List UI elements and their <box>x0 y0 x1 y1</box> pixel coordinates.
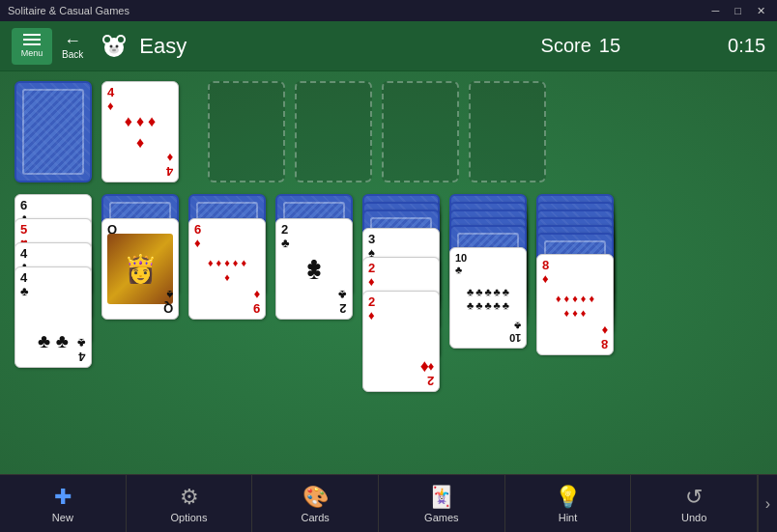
score-label: Score <box>541 35 591 57</box>
bear-icon <box>97 29 131 64</box>
menu-button[interactable]: Menu <box>12 28 52 65</box>
scroll-right-button[interactable]: › <box>758 475 777 532</box>
timer: 0:15 <box>728 35 765 57</box>
options-label: Options <box>171 512 208 523</box>
card-8d[interactable]: 8♦ ♦♦♦♦♦♦♦♦ 8♦ <box>536 254 614 355</box>
foundation-3[interactable] <box>382 81 459 182</box>
cards-button[interactable]: 🎨 Cards <box>252 475 379 532</box>
game-area: 4♦ ♦ ♦ ♦ ♦ 4♦ 6♣ ♣ <box>0 71 777 474</box>
card-2c[interactable]: 2♣ ♣ ♣ 2♣ <box>275 218 353 320</box>
score-area: Score 15 <box>434 35 728 57</box>
score-value: 15 <box>599 35 620 57</box>
undo-icon: ↺ <box>685 485 703 510</box>
svg-point-4 <box>118 37 124 42</box>
back-button[interactable]: ← Back <box>56 30 89 62</box>
title-bar: Solitaire & Casual Games ─ □ ✕ <box>0 0 777 21</box>
svg-point-3 <box>104 37 110 42</box>
bottom-toolbar: ✚ New ⚙ Options 🎨 Cards 🃏 Games 💡 Hint ↺… <box>0 474 777 532</box>
options-icon: ⚙ <box>180 485 199 510</box>
back-label: Back <box>62 49 83 60</box>
undo-label: Undo <box>681 512 706 523</box>
app-title: Solitaire & Casual Games <box>8 5 130 16</box>
close-button[interactable]: ✕ <box>753 5 769 17</box>
hint-label: Hint <box>559 512 578 523</box>
tableau-col-7[interactable]: 8♦ ♦♦♦♦♦♦♦♦ 8♦ <box>536 194 614 406</box>
tableau-col-1[interactable]: 6♣ ♣♣♣♣♣♣ 6♣ 5♥ ♥♥♥♥♥ 5♥ 4♣ ♣♣♣♣ 4 <box>14 194 92 387</box>
new-label: New <box>52 512 73 523</box>
hint-button[interactable]: 💡 Hint <box>505 475 632 532</box>
card-4c-2[interactable]: 4♣ ♣ ♣ 4♣ <box>14 266 92 368</box>
new-icon: ✚ <box>54 485 72 510</box>
games-button[interactable]: 🃏 Games <box>379 475 505 532</box>
foundation-2[interactable] <box>295 81 372 182</box>
tableau-col-3[interactable]: 6♦ ♦♦♦♦♦♦ 9♦ <box>188 194 266 387</box>
svg-point-8 <box>112 48 116 50</box>
card-2d-bottom[interactable]: 2♦ ♦ 2♦ <box>362 291 440 392</box>
hint-icon: 💡 <box>555 485 581 510</box>
minimize-button[interactable]: ─ <box>708 5 724 17</box>
card-rank-top: 4♦ <box>107 86 114 114</box>
undo-button[interactable]: ↺ Undo <box>631 475 758 532</box>
tableau-col-6[interactable]: 10♣ ♣♣♣♣♣♣♣♣♣♣ 10♣ <box>449 194 527 406</box>
games-icon: 🃏 <box>428 485 454 510</box>
card-10c[interactable]: 10♣ ♣♣♣♣♣♣♣♣♣♣ 10♣ <box>449 247 527 349</box>
svg-point-7 <box>116 44 119 47</box>
window-controls[interactable]: ─ □ ✕ <box>708 5 769 17</box>
maximize-button[interactable]: □ <box>731 5 745 17</box>
card-6d[interactable]: 6♦ ♦♦♦♦♦♦ 9♦ <box>188 218 266 320</box>
new-button[interactable]: ✚ New <box>0 475 127 532</box>
card-qs[interactable]: Q♠ 👸 Q♠ <box>101 218 179 320</box>
stock-pile[interactable] <box>14 81 92 182</box>
cards-icon: 🎨 <box>302 485 329 510</box>
tableau-col-2[interactable]: Q♠ 👸 Q♠ <box>101 194 179 387</box>
foundation-1[interactable] <box>208 81 285 182</box>
tableau-col-5[interactable]: 3♠ 3♠ 2♦ ♦ 2♦ 2♦ ♦ 2♦ <box>362 194 440 406</box>
back-arrow-icon: ← <box>64 32 81 49</box>
tableau: 6♣ ♣♣♣♣♣♣ 6♣ 5♥ ♥♥♥♥♥ 5♥ 4♣ ♣♣♣♣ 4 <box>14 194 763 406</box>
cards-label: Cards <box>302 512 330 523</box>
tableau-col-4[interactable]: 2♣ ♣ ♣ 2♣ <box>275 194 353 387</box>
game-toolbar: Menu ← Back Easy Score 15 0:15 <box>0 21 777 71</box>
games-label: Games <box>424 512 458 523</box>
game-title: Easy <box>139 34 433 59</box>
foundation-4[interactable] <box>469 81 546 182</box>
menu-label: Menu <box>21 48 43 58</box>
options-button[interactable]: ⚙ Options <box>127 475 253 532</box>
card-rank-bottom: 4♦ <box>166 150 173 178</box>
top-row: 4♦ ♦ ♦ ♦ ♦ 4♦ <box>14 81 763 182</box>
waste-card-4d[interactable]: 4♦ ♦ ♦ ♦ ♦ 4♦ <box>101 81 179 182</box>
svg-point-6 <box>110 44 113 47</box>
